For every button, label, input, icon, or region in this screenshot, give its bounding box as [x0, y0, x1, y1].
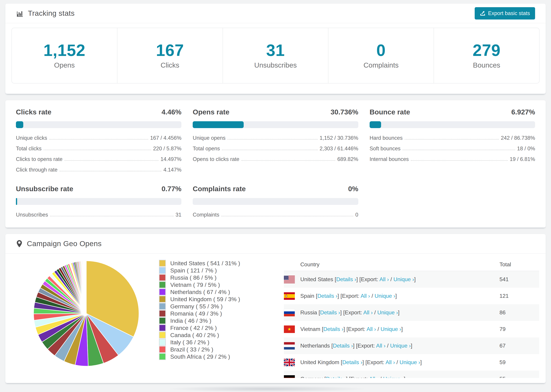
legend-swatch — [159, 346, 166, 353]
country-cell: Germany [Details ›] [Export: All › / Uni… — [300, 376, 405, 378]
rate-head: Bounce rate6.927% — [370, 108, 535, 116]
stat-value: 167 — [156, 42, 184, 58]
export-unique-link[interactable]: Unique › — [374, 293, 395, 299]
legend-item: Spain ( 121 / 7% ) — [159, 267, 240, 273]
rate-detail-row: Total opens2,303 / 61.446% — [193, 146, 358, 152]
rate-detail-label: Click through rate — [16, 167, 57, 173]
legend-label: United States ( 541 / 31% ) — [170, 260, 240, 267]
legend-label: United Kingdom ( 59 / 3% ) — [170, 296, 240, 302]
tracking-stats-header: Tracking stats Export basic stats — [5, 4, 546, 23]
legend-item: Brazil ( 33 / 2% ) — [159, 346, 240, 352]
legend-swatch — [159, 310, 166, 317]
legend-label: Canada ( 40 / 2% ) — [170, 332, 219, 338]
rate-title: Bounce rate — [370, 108, 410, 116]
legend-swatch — [159, 339, 166, 346]
rate-block-clicks-rate: Clicks rate4.46%Unique clicks167 / 4.456… — [16, 108, 181, 173]
rate-block-complaints-rate: Complaints rate0%Complaints0 — [193, 185, 358, 218]
rate-detail-value: 2,303 / 61.446% — [320, 146, 358, 152]
country-cell: Russia [Details ›] [Export: All › / Uniq… — [300, 309, 400, 316]
rate-detail-row: Unique clicks167 / 4.456% — [16, 135, 181, 141]
export-unique-link[interactable]: Unique › — [390, 343, 411, 349]
tracking-stats-body: 1,152Opens167Clicks31Unsubscribes0Compla… — [5, 23, 546, 94]
rate-detail-row: Soft bounces18 / 0% — [370, 146, 535, 152]
rate-detail-row: Click through rate4.147% — [16, 167, 181, 173]
rate-detail-row: Hard bounces242 / 86.738% — [370, 135, 535, 141]
total-cell: 79 — [500, 326, 539, 332]
vn-flag-icon — [284, 325, 295, 333]
dotted-leader — [222, 150, 318, 150]
geo-legend: United States ( 541 / 31% )Spain ( 121 /… — [159, 260, 240, 361]
export-all-link[interactable]: All › — [369, 376, 379, 378]
geo-table: Country Total United States [Details ›] … — [284, 258, 539, 378]
rate-head: Opens rate30.736% — [193, 108, 358, 116]
dotted-leader — [405, 139, 499, 140]
gb-flag-icon — [284, 359, 295, 366]
map-pin-icon — [16, 240, 23, 248]
rate-progress-track — [193, 121, 358, 128]
country-cell: Spain [Details ›] [Export: All › / Uniqu… — [300, 293, 397, 299]
legend-item: Canada ( 40 / 2% ) — [159, 332, 240, 338]
dotted-leader — [44, 150, 151, 150]
export-unique-link[interactable]: Unique › — [393, 276, 414, 282]
stat-label: Bounces — [473, 61, 500, 69]
rate-detail-value: 4.147% — [163, 167, 181, 173]
details-link[interactable]: Details › — [318, 293, 338, 299]
country-name: Netherlands — [300, 343, 330, 349]
campaign-geo-opens-card: Campaign Geo Opens United States ( 541 /… — [5, 234, 546, 383]
rate-detail-label: Hard bounces — [370, 135, 403, 141]
export-all-link[interactable]: All › — [367, 326, 376, 332]
export-all-link[interactable]: All › — [379, 276, 389, 282]
legend-label: Romania ( 49 / 3% ) — [170, 310, 222, 317]
rate-detail-value: 167 / 4.456% — [150, 135, 182, 141]
legend-item: Russia ( 86 / 5% ) — [159, 274, 240, 281]
export-unique-link[interactable]: Unique › — [383, 376, 404, 378]
stat-label: Opens — [54, 61, 75, 69]
dotted-leader — [60, 171, 161, 171]
legend-swatch — [159, 281, 166, 288]
export-unique-link[interactable]: Unique › — [400, 359, 420, 365]
rate-title: Opens rate — [193, 108, 229, 116]
rate-value: 0% — [348, 185, 358, 193]
rates-card: Clicks rate4.46%Unique clicks167 / 4.456… — [5, 100, 546, 228]
rate-value: 6.927% — [511, 108, 535, 116]
country-name: United States — [300, 276, 333, 282]
rate-block-bounce-rate: Bounce rate6.927%Hard bounces242 / 86.73… — [370, 108, 535, 173]
details-link[interactable]: Details › — [342, 359, 362, 365]
export-all-link[interactable]: All › — [386, 359, 395, 365]
country-name: Vietnam — [300, 326, 320, 332]
geo-header: Campaign Geo Opens — [5, 234, 546, 254]
rate-head: Clicks rate4.46% — [16, 108, 181, 116]
details-link[interactable]: Details › — [336, 276, 356, 282]
export-icon — [480, 11, 485, 16]
ru-flag-icon — [284, 309, 295, 316]
legend-item: Netherlands ( 67 / 4% ) — [159, 289, 240, 295]
rate-detail-row: Clicks to opens rate14.497% — [16, 156, 181, 162]
dotted-leader — [49, 139, 148, 140]
total-cell: 86 — [500, 309, 539, 316]
rate-head: Unsubscribe rate0.77% — [16, 185, 181, 193]
geo-table-rows: United States [Details ›] [Export: All ›… — [284, 271, 539, 378]
details-link[interactable]: Details › — [333, 343, 353, 349]
export-all-link[interactable]: All › — [360, 293, 370, 299]
rate-block-opens-rate: Opens rate30.736%Unique opens1,152 / 30.… — [193, 108, 358, 173]
rate-detail-value: 242 / 86.738% — [501, 135, 535, 141]
details-link[interactable]: Details › — [323, 326, 343, 332]
rate-progress-fill — [16, 198, 17, 205]
details-link[interactable]: Details › — [326, 376, 346, 378]
total-column-header: Total — [500, 261, 539, 268]
stat-label: Unsubscribes — [254, 61, 297, 69]
details-link[interactable]: Details › — [320, 309, 340, 315]
legend-swatch — [159, 296, 166, 302]
rate-head: Complaints rate0% — [193, 185, 358, 193]
stats-summary-strip: 1,152Opens167Clicks31Unsubscribes0Compla… — [11, 28, 540, 84]
rate-detail-list: Unsubscribes31 — [16, 212, 181, 218]
export-unique-link[interactable]: Unique › — [381, 326, 401, 332]
rate-detail-label: Internal bounces — [370, 156, 409, 162]
export-all-link[interactable]: All › — [363, 309, 373, 315]
export-unique-link[interactable]: Unique › — [377, 309, 398, 315]
export-basic-stats-button[interactable]: Export basic stats — [475, 7, 535, 20]
rate-detail-label: Total clicks — [16, 146, 42, 152]
legend-swatch — [159, 260, 166, 267]
export-all-link[interactable]: All › — [376, 343, 386, 349]
rate-detail-list: Hard bounces242 / 86.738%Soft bounces18 … — [370, 135, 535, 162]
